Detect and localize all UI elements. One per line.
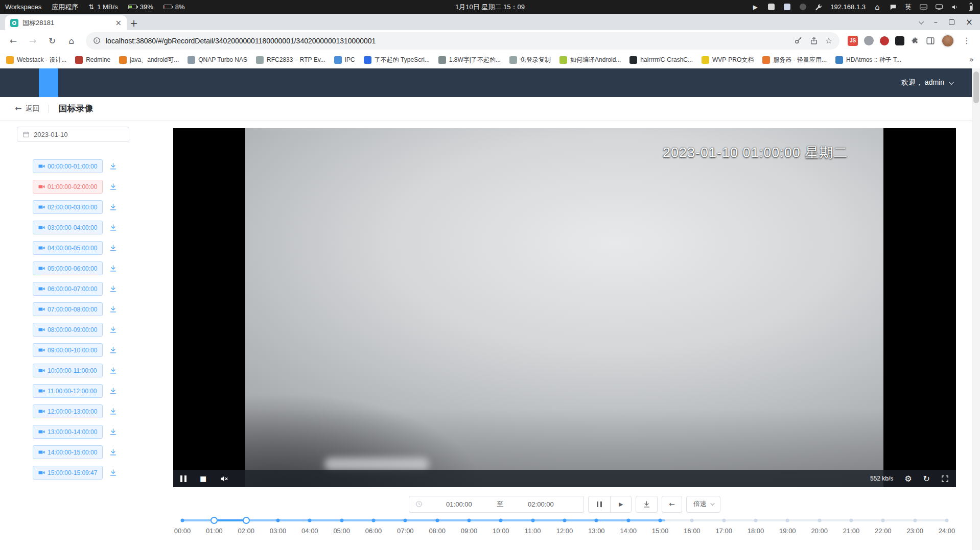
record-download-button[interactable]	[109, 448, 117, 456]
record-time-button[interactable]: 09:00:00-10:00:00	[33, 343, 103, 357]
player-refresh-button[interactable]: ↻	[923, 474, 930, 484]
bookmark-item[interactable]: Webstack - 设计...	[6, 56, 66, 64]
video-player[interactable]: 2023-01-10 01:00:00 星期二 ■ 552 kb/s ⚙ ↻	[173, 128, 956, 487]
record-time-button[interactable]: 03:00:00-04:00:00	[33, 221, 103, 234]
player-settings-button[interactable]: ⚙	[904, 474, 912, 484]
record-download-button[interactable]	[109, 367, 117, 374]
timeline-hour-dot[interactable]	[404, 519, 407, 522]
address-bar[interactable]: localhost:38080/#/gbRecordDetail/3402000…	[86, 32, 839, 50]
bookmark-item[interactable]: IPC	[334, 56, 355, 64]
bookmark-item[interactable]: hairrrrr/C-CrashC...	[629, 56, 693, 64]
record-time-button[interactable]: 15:00:00-15:09:47	[33, 466, 103, 480]
tools-wrench-icon[interactable]	[814, 3, 823, 11]
nav-item[interactable]	[136, 68, 155, 97]
applications-menu-button[interactable]: 应用程序	[52, 3, 78, 12]
timeline-hour-dot[interactable]	[435, 519, 439, 522]
record-time-button[interactable]: 00:00:00-01:00:00	[33, 159, 103, 173]
timeline-hour-dot[interactable]	[340, 519, 343, 522]
timeline-hour-dot[interactable]	[626, 519, 630, 522]
browser-tab[interactable]: 国标28181 ×	[5, 15, 127, 30]
start-time-input[interactable]: 01:00:00	[423, 500, 496, 508]
extension-icon[interactable]	[880, 36, 889, 45]
display-icon[interactable]	[935, 3, 943, 11]
video-frame[interactable]	[245, 128, 883, 487]
timeline-track[interactable]	[182, 517, 947, 524]
record-download-button[interactable]	[109, 244, 117, 252]
record-time-button[interactable]: 13:00:00-14:00:00	[33, 425, 103, 439]
time-range-picker[interactable]: 01:00:00 至 02:00:00	[409, 496, 584, 513]
record-time-button[interactable]: 10:00:00-11:00:00	[33, 364, 103, 377]
player-mute-button[interactable]	[220, 474, 228, 483]
record-time-button[interactable]: 11:00:00-12:00:00	[33, 384, 103, 398]
record-download-button[interactable]	[109, 428, 117, 436]
bookmark-item[interactable]: QNAP Turbo NAS	[188, 56, 247, 64]
record-download-button[interactable]	[109, 387, 117, 395]
nav-item[interactable]	[78, 68, 97, 97]
nav-item[interactable]	[175, 68, 194, 97]
extension-js-badge[interactable]: JS	[848, 36, 858, 46]
side-panel-icon[interactable]	[926, 36, 935, 45]
timeline-hour-dot[interactable]	[499, 519, 503, 522]
bookmark-item[interactable]: RFC2833 – RTP Ev...	[256, 56, 325, 64]
tab-search-chevron-icon[interactable]	[919, 19, 924, 24]
clipboard-tool-icon[interactable]	[783, 3, 791, 11]
record-time-button[interactable]: 07:00:00-08:00:00	[33, 302, 103, 316]
page-scrollbar[interactable]	[972, 68, 980, 550]
nav-item[interactable]	[97, 68, 116, 97]
home-icon[interactable]: ⌂	[873, 3, 881, 11]
timeline-handle[interactable]	[211, 517, 218, 524]
bookmark-item[interactable]: java、android可...	[119, 56, 179, 64]
nav-item[interactable]	[116, 68, 136, 97]
clock[interactable]: 1月10日 星期二 15：09	[455, 3, 525, 12]
battery-indicator[interactable]: 39%	[128, 3, 153, 11]
record-download-button[interactable]	[109, 183, 117, 190]
chat-icon[interactable]	[889, 3, 897, 11]
record-time-button[interactable]: 05:00:00-06:00:00	[33, 261, 103, 275]
timeline-handle[interactable]	[243, 517, 250, 524]
playback-speed-button[interactable]: 倍速	[686, 496, 720, 513]
record-download-button[interactable]	[109, 203, 117, 211]
timeline-hour-dot[interactable]	[531, 519, 534, 522]
scrollbar-thumb[interactable]	[973, 71, 979, 103]
record-download-button[interactable]	[109, 469, 117, 476]
record-download-button[interactable]	[109, 326, 117, 333]
extension-icon[interactable]	[864, 36, 874, 45]
timeline-hour-dot[interactable]	[913, 519, 917, 522]
ip-address-indicator[interactable]: 192.168.1.3	[830, 3, 866, 11]
site-info-icon[interactable]	[93, 37, 101, 44]
date-picker-input[interactable]: 2023-01-10	[17, 127, 129, 142]
screenshot-tool-icon[interactable]	[767, 3, 775, 11]
share-icon[interactable]	[810, 37, 818, 45]
bookmark-star-icon[interactable]: ☆	[825, 36, 832, 45]
recorder-icon[interactable]	[799, 3, 807, 11]
media-play-icon[interactable]: ▶	[751, 3, 759, 11]
record-time-button[interactable]: 14:00:00-15:00:00	[33, 445, 103, 459]
battery-status-icon[interactable]	[967, 3, 975, 11]
record-download-button[interactable]	[109, 346, 117, 354]
record-download-button[interactable]	[109, 265, 117, 272]
input-method-indicator[interactable]: 英	[905, 3, 912, 12]
player-fullscreen-button[interactable]	[941, 475, 949, 483]
back-button[interactable]: ←	[5, 33, 21, 49]
record-time-button[interactable]: 06:00:00-07:00:00	[33, 282, 103, 296]
workspaces-button[interactable]: Workspaces	[5, 3, 41, 11]
record-time-button[interactable]: 08:00:00-09:00:00	[33, 323, 103, 337]
timeline-hour-dot[interactable]	[722, 519, 726, 522]
profile-avatar[interactable]	[941, 34, 954, 47]
back-link[interactable]: ← 返回	[15, 104, 39, 113]
timeline-hour-dot[interactable]	[276, 519, 280, 522]
window-close-button[interactable]: ×	[966, 17, 973, 27]
timeline-hour-dot[interactable]	[372, 519, 376, 522]
extensions-puzzle-icon[interactable]	[911, 36, 920, 45]
reload-button[interactable]: ↻	[44, 33, 60, 49]
record-time-button[interactable]: 01:00:00-02:00:00	[33, 180, 103, 194]
record-time-button[interactable]: 04:00:00-05:00:00	[33, 241, 103, 255]
record-time-button[interactable]: 12:00:00-13:00:00	[33, 404, 103, 418]
timeline-hour-dot[interactable]	[308, 519, 312, 522]
pause-button[interactable]	[588, 496, 611, 513]
more-bookmarks-button[interactable]: »	[969, 55, 974, 64]
nav-item[interactable]	[19, 68, 39, 97]
record-time-button[interactable]: 02:00:00-03:00:00	[33, 200, 103, 214]
timeline-hour-dot[interactable]	[595, 519, 598, 522]
bookmark-item[interactable]: Redmine	[75, 56, 110, 64]
